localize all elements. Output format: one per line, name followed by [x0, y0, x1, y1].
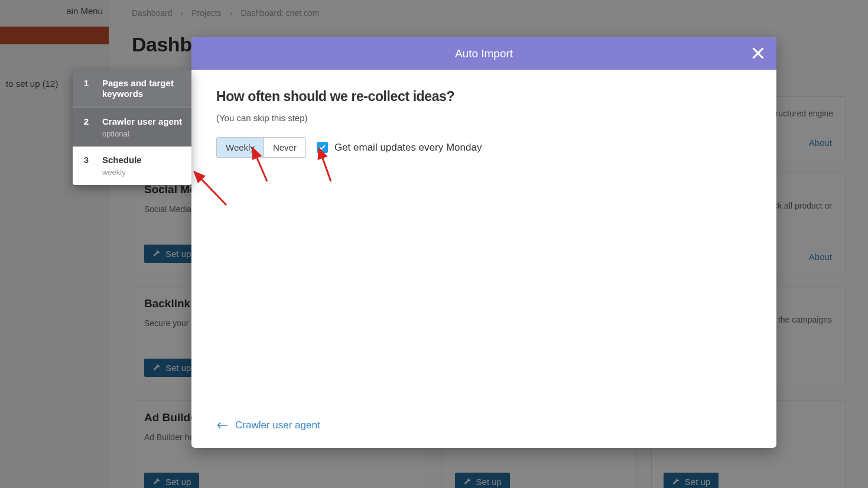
close-button[interactable]	[750, 45, 766, 61]
wizard-step-number: 3	[82, 155, 90, 177]
wizard-step-number: 2	[82, 116, 90, 138]
wizard-step-pages[interactable]: 1 Pages and target keywords	[73, 70, 191, 108]
arrow-left-icon	[216, 421, 228, 430]
wizard-step-title: Crawler user agent	[102, 116, 183, 127]
wizard-step-schedule[interactable]: 3 Schedule weekly	[73, 147, 191, 185]
back-link-label: Crawler user agent	[235, 419, 320, 431]
wizard-step-subtitle: weekly	[102, 168, 183, 177]
wizard-step-title: Schedule	[102, 155, 183, 165]
modal-header: Auto Import	[191, 37, 776, 70]
wizard-step-crawler[interactable]: 2 Crawler user agent optional	[73, 108, 191, 147]
wizard-step-subtitle: optional	[102, 129, 183, 138]
wizard-step-title: Pages and target keywords	[102, 78, 183, 99]
check-icon	[318, 144, 326, 151]
modal-heading: How often should we re-collect ideas?	[216, 89, 752, 105]
frequency-option-weekly[interactable]: Weekly	[217, 138, 264, 157]
close-icon	[750, 45, 766, 61]
wizard-steps: 1 Pages and target keywords 2 Crawler us…	[73, 70, 191, 185]
modal-title: Auto Import	[455, 47, 513, 60]
email-updates-checkbox[interactable]	[317, 142, 328, 153]
auto-import-modal: Auto Import How often should we re-colle…	[191, 37, 776, 448]
back-link[interactable]: Crawler user agent	[216, 419, 320, 431]
wizard-step-number: 1	[82, 78, 90, 99]
frequency-option-never[interactable]: Never	[264, 138, 305, 157]
modal-subtext: (You can skip this step)	[216, 113, 752, 123]
email-updates-label: Get email updates every Monday	[334, 142, 482, 154]
frequency-segmented-control: Weekly Never	[216, 137, 306, 158]
